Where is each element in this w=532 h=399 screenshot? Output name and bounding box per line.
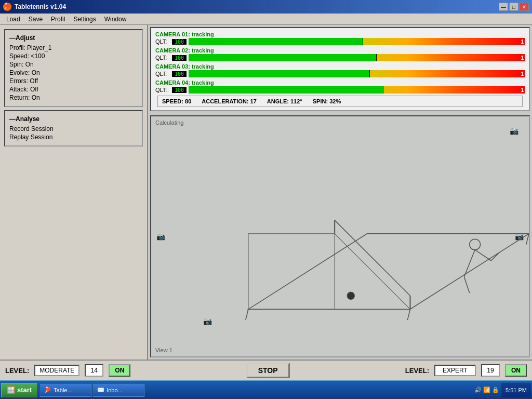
acceleration-stat: ACCELERATION: 17 [202,98,257,104]
qlt-value-2: 100 [172,55,187,61]
menubar: Load Save Profil Settings Window [0,14,532,25]
bar-green-3 [189,70,370,77]
qlt-label-4: QLT: [155,87,170,93]
spin-item: Spin: On [9,60,138,69]
qlt-value-3: 100 [172,71,187,77]
titlebar-buttons: — □ ✕ [499,3,529,11]
svg-marker-1 [248,234,335,309]
speed-stat: SPEED: 80 [162,98,191,104]
maximize-button[interactable]: □ [509,3,518,11]
qlt-label-3: QLT: [155,71,170,77]
svg-line-11 [464,277,469,293]
qlt-row-2: QLT: 100 1 [155,54,525,61]
taskbar-item-1[interactable]: ✉️ Inbo... [92,383,144,397]
taskbar-item-label-1: Inbo... [107,387,123,393]
svg-line-10 [464,250,475,277]
camera-label-3: CAMERA 03: tracking [155,63,525,70]
taskbar-items: 🏓 Table... ✉️ Inbo... [39,383,472,397]
bar-end-4: 1 [521,86,524,94]
bottom-bar: LEVEL: MODERATE 14 ON STOP LEVEL: EXPERT… [0,360,532,380]
svg-line-7 [407,309,410,320]
menu-window[interactable]: Window [100,15,131,24]
close-button[interactable]: ✕ [520,3,529,11]
bar-green-2 [189,54,377,61]
minimize-button[interactable]: — [499,3,508,11]
main-layout: —Adjust Profil: Player_1 Speed: <100 Spi… [0,25,532,360]
camera-section: CAMERA 01: tracking QLT: 100 1 CAMERA 02… [150,27,530,111]
attack-item: Attack: Off [9,85,138,94]
windows-icon: 🪟 [7,386,15,394]
right-panel: CAMERA 01: tracking QLT: 100 1 CAMERA 02… [148,25,532,360]
start-label: start [17,386,32,394]
profil-item: Profil: Player_1 [9,44,138,52]
bar-end-3: 1 [521,70,524,77]
taskbar: 🪟 start 🏓 Table... ✉️ Inbo... 🔊 📶 🔒 5:51… [0,380,532,399]
bar-container-3: 1 [189,70,525,77]
menu-profil[interactable]: Profil [47,15,69,24]
menu-settings[interactable]: Settings [69,15,100,24]
menu-save[interactable]: Save [24,15,47,24]
camera-label-4: CAMERA 04: tracking [155,79,525,86]
bar-container-2: 1 [189,54,525,61]
view3d-bottom-label: View 1 [155,347,172,353]
svg-line-5 [335,220,410,296]
qlt-label-2: QLT: [155,55,170,61]
stop-button[interactable]: STOP [246,363,290,378]
adjust-section: —Adjust Profil: Player_1 Speed: <100 Spi… [4,29,143,107]
bar-green-4 [189,86,383,94]
qlt-row-1: QLT: 100 1 [155,38,525,45]
return-item: Return: On [9,94,138,102]
on-button-right[interactable]: ON [505,364,527,377]
evolve-item: Evolve: On [9,69,138,77]
errors-item: Errors: Off [9,77,138,85]
record-session-item[interactable]: Record Session [9,125,138,133]
window-title: Tabletennis v1.04 [15,3,499,10]
menu-load[interactable]: Load [2,15,24,24]
titlebar: 🏓 Tabletennis v1.04 — □ ✕ [0,0,532,14]
number-right: 19 [481,364,500,377]
view3d: Calculating 📷 📷 📷 📷 [150,115,530,357]
level-value-left[interactable]: MODERATE [34,365,79,376]
bar-end-2: 1 [521,54,524,61]
qlt-value-4: 100 [172,87,187,93]
bar-end-1: 1 [521,38,524,45]
angle-stat: ANGLE: 112° [267,98,302,104]
svg-line-6 [246,309,248,320]
on-button-left[interactable]: ON [109,364,130,377]
bar-green-1 [189,38,363,45]
taskbar-sys-tray: 🔊 📶 🔒 [472,387,501,393]
svg-marker-0 [248,234,529,309]
camera-row-4: CAMERA 04: tracking QLT: 100 1 [155,79,525,94]
svg-line-2 [335,234,410,309]
camera-label-2: CAMERA 02: tracking [155,47,525,54]
taskbar-clock: 5:51 PM [501,383,531,397]
camera-row-3: CAMERA 03: tracking QLT: 100 1 [155,63,525,77]
taskbar-item-0[interactable]: 🏓 Table... [39,383,91,397]
camera-row-1: CAMERA 01: tracking QLT: 100 1 [155,31,525,45]
number-left: 14 [85,364,103,377]
spin-stat: SPIN: 32% [313,98,341,104]
left-panel: —Adjust Profil: Player_1 Speed: <100 Spi… [0,25,148,360]
camera-label-1: CAMERA 01: tracking [155,31,525,37]
qlt-row-3: QLT: 100 1 [155,70,525,77]
svg-line-12 [475,250,491,261]
qlt-row-4: QLT: 100 1 [155,86,525,94]
app-icon: 🏓 [3,3,11,11]
analyse-section: —Analyse Record Session Replay Session [4,110,143,147]
replay-session-item[interactable]: Replay Session [9,133,138,141]
svg-point-14 [470,239,481,250]
start-button[interactable]: 🪟 start [1,383,37,397]
level-label-left: LEVEL: [5,367,29,375]
taskbar-icon-1: ✉️ [97,387,104,393]
taskbar-icon-0: 🏓 [44,387,51,393]
bar-container-1: 1 [189,38,525,45]
qlt-label-1: QLT: [155,38,170,45]
table-3d-view [151,116,529,356]
adjust-header: —Adjust [9,34,138,42]
svg-point-9 [347,292,355,300]
analyse-header: —Analyse [9,115,138,123]
taskbar-item-label-0: Table... [54,387,72,393]
camera-row-2: CAMERA 02: tracking QLT: 100 1 [155,47,525,61]
level-value-right[interactable]: EXPERT [434,365,476,376]
bar-container-4: 1 [189,86,525,94]
